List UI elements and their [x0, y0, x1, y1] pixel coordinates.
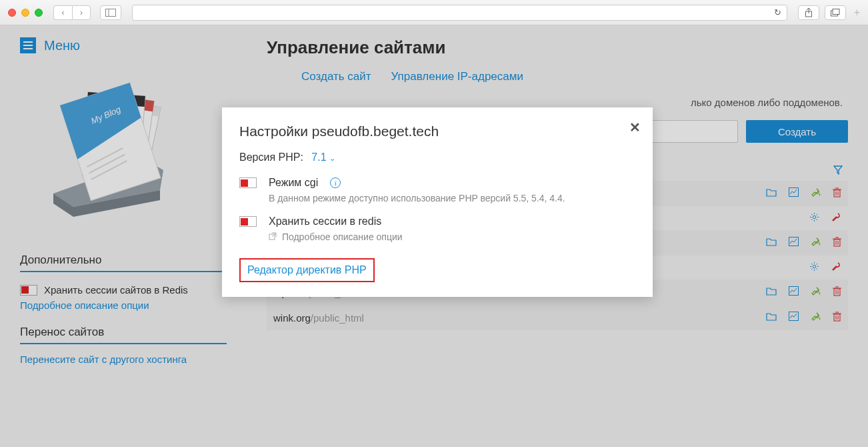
svg-rect-5	[833, 9, 839, 14]
maximize-window-button[interactable]	[35, 9, 43, 17]
php-directives-editor-link[interactable]: Редактор директив PHP	[239, 258, 375, 282]
browser-chrome: ‹ › ↻ +	[0, 0, 868, 25]
external-link-icon	[269, 232, 279, 242]
redis-session-row: Хранить сессии в redis	[239, 215, 635, 228]
php-version-select[interactable]: 7.1⌄	[311, 151, 335, 163]
close-window-button[interactable]	[8, 9, 16, 17]
info-icon[interactable]: i	[330, 177, 341, 188]
php-version-row: Версия PHP: 7.1⌄	[239, 151, 635, 163]
close-icon[interactable]: ✕	[629, 119, 641, 135]
nav-buttons: ‹ ›	[53, 5, 91, 20]
cgi-mode-row: Режим cgi i	[239, 177, 635, 189]
php-version-label: Версия PHP:	[239, 151, 303, 163]
modal-title: Настройки pseudofb.beget.tech	[239, 123, 635, 139]
url-bar[interactable]: ↻	[132, 5, 787, 21]
redis-session-label: Хранить сессии в redis	[269, 215, 381, 228]
back-button[interactable]: ‹	[53, 5, 72, 20]
minimize-window-button[interactable]	[21, 9, 29, 17]
new-tab-button[interactable]: +	[854, 7, 860, 19]
redis-help-row: Подробное описание опции	[269, 232, 635, 242]
svg-rect-0	[106, 9, 116, 16]
redis-help-link[interactable]: Подробное описание опции	[282, 232, 403, 242]
cgi-toggle[interactable]	[239, 177, 257, 188]
tabs-button[interactable]	[825, 5, 846, 20]
svg-line-52	[272, 233, 276, 237]
cgi-help-text: В данном режиме доступно использование P…	[269, 193, 635, 203]
window-controls	[8, 9, 43, 17]
cgi-label: Режим cgi	[269, 177, 318, 189]
reload-icon[interactable]: ↻	[774, 7, 781, 17]
forward-button[interactable]: ›	[72, 5, 91, 20]
chevron-down-icon: ⌄	[329, 154, 335, 162]
redis-session-toggle[interactable]	[239, 216, 257, 227]
settings-modal: ✕ Настройки pseudofb.beget.tech Версия P…	[222, 107, 653, 297]
sidebar-toggle-button[interactable]	[100, 5, 121, 20]
share-button[interactable]	[798, 5, 819, 20]
